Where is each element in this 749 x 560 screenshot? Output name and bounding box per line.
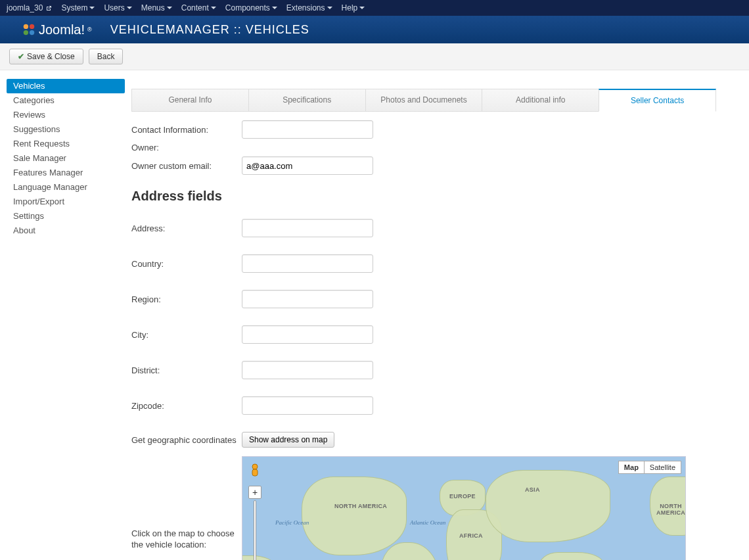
top-menu: System Users Menus Content Components Ex… bbox=[61, 0, 365, 16]
caret-icon bbox=[167, 7, 172, 9]
caret-icon bbox=[89, 7, 95, 9]
toolbar: ✔ Save & Close Back bbox=[0, 43, 749, 70]
page-title: VEHICLEMANAGER :: VEHICLES bbox=[110, 23, 309, 37]
ocean-atlantic: Atlantic Ocean bbox=[410, 519, 445, 526]
land-label-na: North America bbox=[334, 503, 387, 509]
save-close-button[interactable]: ✔ Save & Close bbox=[9, 49, 83, 64]
sidebar: VehiclesCategoriesReviewsSuggestionsRent… bbox=[0, 70, 125, 238]
tab-seller-contacts[interactable]: Seller Contacts bbox=[599, 89, 716, 112]
external-link-icon bbox=[45, 0, 52, 16]
tab-bar: General InfoSpecificationsPhotos and Doc… bbox=[131, 89, 716, 112]
caret-icon bbox=[272, 7, 277, 9]
sidebar-item-categories[interactable]: Categories bbox=[7, 93, 125, 108]
main-content: General InfoSpecificationsPhotos and Doc… bbox=[125, 70, 749, 560]
svg-rect-5 bbox=[252, 469, 258, 476]
region-input[interactable] bbox=[242, 290, 373, 308]
contact-info-label: Contact Information: bbox=[131, 125, 242, 135]
sidebar-item-language-manager[interactable]: Language Manager bbox=[7, 180, 125, 195]
land-label-eu: Europe bbox=[449, 493, 476, 500]
admin-topbar: joomla_30 System Users Menus Content Com… bbox=[0, 0, 749, 16]
district-label: District: bbox=[131, 365, 242, 375]
site-name: joomla_30 bbox=[7, 0, 43, 16]
land-label-na2: North America bbox=[656, 503, 685, 516]
district-input[interactable] bbox=[242, 361, 373, 379]
menu-system[interactable]: System bbox=[61, 0, 95, 16]
map-widget[interactable]: North America South America Europe Afric… bbox=[242, 456, 686, 560]
land-label-as: Asia bbox=[525, 486, 540, 493]
land-label-af: Africa bbox=[459, 532, 483, 539]
pegman-icon[interactable] bbox=[248, 463, 262, 479]
tab-specifications[interactable]: Specifications bbox=[248, 89, 366, 112]
ocean-pacific3: Pacific Ocean bbox=[275, 519, 309, 526]
map-click-label: Click on the map to choose the vehicle l… bbox=[131, 528, 242, 550]
caret-icon bbox=[211, 7, 216, 9]
map-type-satellite[interactable]: Satellite bbox=[644, 461, 681, 474]
svg-point-1 bbox=[30, 24, 34, 29]
svg-point-0 bbox=[24, 24, 28, 29]
sidebar-item-features-manager[interactable]: Features Manager bbox=[7, 166, 125, 180]
show-on-map-button[interactable]: Show address on map bbox=[242, 432, 334, 448]
sidebar-item-import-export[interactable]: Import/Export bbox=[7, 195, 125, 209]
map-type-map[interactable]: Map bbox=[618, 461, 644, 474]
map-controls: + − bbox=[248, 463, 262, 560]
joomla-icon bbox=[22, 22, 36, 37]
svg-point-4 bbox=[252, 464, 258, 469]
main-layout: VehiclesCategoriesReviewsSuggestionsRent… bbox=[0, 70, 749, 560]
site-link[interactable]: joomla_30 bbox=[7, 0, 52, 16]
menu-components[interactable]: Components bbox=[225, 0, 277, 16]
menu-help[interactable]: Help bbox=[342, 0, 365, 16]
sidebar-item-sale-manager[interactable]: Sale Manager bbox=[7, 151, 125, 166]
address-input[interactable] bbox=[242, 219, 373, 237]
zipcode-label: Zipcode: bbox=[131, 401, 242, 411]
menu-menus[interactable]: Menus bbox=[141, 0, 172, 16]
city-label: City: bbox=[131, 330, 242, 340]
country-label: Country: bbox=[131, 259, 242, 269]
joomla-logo: Joomla! ® bbox=[22, 22, 92, 37]
sidebar-item-reviews[interactable]: Reviews bbox=[7, 108, 125, 122]
svg-point-2 bbox=[24, 30, 28, 35]
region-label: Region: bbox=[131, 294, 242, 304]
menu-extensions[interactable]: Extensions bbox=[286, 0, 332, 16]
zipcode-input[interactable] bbox=[242, 396, 373, 415]
map-type-control: Map Satellite bbox=[618, 461, 681, 474]
page-header: Joomla! ® VEHICLEMANAGER :: VEHICLES bbox=[0, 16, 749, 43]
country-input[interactable] bbox=[242, 254, 373, 273]
zoom-in-button[interactable]: + bbox=[248, 486, 261, 499]
sidebar-list: VehiclesCategoriesReviewsSuggestionsRent… bbox=[7, 79, 125, 238]
sidebar-item-vehicles[interactable]: Vehicles bbox=[7, 79, 125, 93]
sidebar-item-settings[interactable]: Settings bbox=[7, 209, 125, 223]
tab-general-info[interactable]: General Info bbox=[131, 89, 249, 112]
tab-panel-seller-contacts: Contact Information: Owner: Owner custom… bbox=[131, 118, 716, 560]
zoom-slider[interactable] bbox=[254, 500, 256, 560]
svg-point-3 bbox=[30, 30, 34, 35]
caret-icon bbox=[127, 7, 132, 9]
owner-label: Owner: bbox=[131, 143, 242, 152]
tab-photos-and-documenets[interactable]: Photos and Documenets bbox=[365, 89, 483, 112]
menu-content[interactable]: Content bbox=[181, 0, 216, 16]
brand-text: Joomla! bbox=[39, 22, 85, 37]
caret-icon bbox=[359, 7, 365, 9]
owner-email-label: Owner custom email: bbox=[131, 161, 242, 171]
city-input[interactable] bbox=[242, 325, 373, 344]
caret-icon bbox=[327, 7, 332, 9]
sidebar-item-suggestions[interactable]: Suggestions bbox=[7, 122, 125, 137]
geo-label: Get geographic coordinates bbox=[131, 435, 242, 445]
tab-additional-info[interactable]: Additional info bbox=[482, 89, 599, 112]
menu-users[interactable]: Users bbox=[104, 0, 131, 16]
address-label: Address: bbox=[131, 223, 242, 233]
check-icon: ✔ bbox=[18, 52, 24, 61]
owner-email-input[interactable] bbox=[242, 156, 373, 175]
back-button[interactable]: Back bbox=[89, 49, 124, 64]
address-section-heading: Address fields bbox=[131, 189, 716, 204]
sidebar-item-about[interactable]: About bbox=[7, 223, 125, 238]
sidebar-item-rent-requests[interactable]: Rent Requests bbox=[7, 137, 125, 151]
contact-info-input[interactable] bbox=[242, 120, 373, 139]
